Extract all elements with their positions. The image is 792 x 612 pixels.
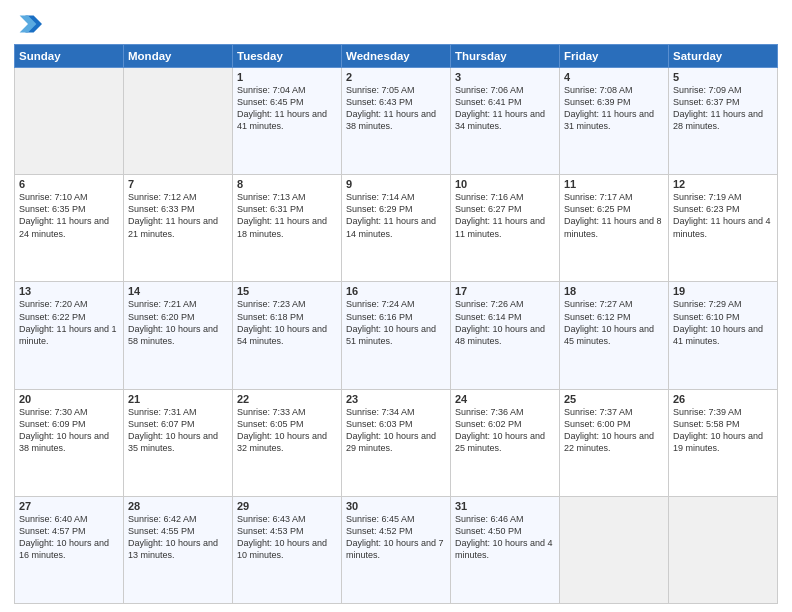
day-number: 6 xyxy=(19,178,119,190)
day-number: 24 xyxy=(455,393,555,405)
day-number: 3 xyxy=(455,71,555,83)
day-cell: 7Sunrise: 7:12 AM Sunset: 6:33 PM Daylig… xyxy=(124,175,233,282)
day-cell: 31Sunrise: 6:46 AM Sunset: 4:50 PM Dayli… xyxy=(451,496,560,603)
week-row-1: 6Sunrise: 7:10 AM Sunset: 6:35 PM Daylig… xyxy=(15,175,778,282)
day-cell: 17Sunrise: 7:26 AM Sunset: 6:14 PM Dayli… xyxy=(451,282,560,389)
day-number: 25 xyxy=(564,393,664,405)
day-header-monday: Monday xyxy=(124,45,233,68)
day-number: 27 xyxy=(19,500,119,512)
day-cell: 30Sunrise: 6:45 AM Sunset: 4:52 PM Dayli… xyxy=(342,496,451,603)
day-cell: 18Sunrise: 7:27 AM Sunset: 6:12 PM Dayli… xyxy=(560,282,669,389)
day-cell: 21Sunrise: 7:31 AM Sunset: 6:07 PM Dayli… xyxy=(124,389,233,496)
day-info: Sunrise: 7:23 AM Sunset: 6:18 PM Dayligh… xyxy=(237,298,337,347)
day-header-tuesday: Tuesday xyxy=(233,45,342,68)
day-cell: 3Sunrise: 7:06 AM Sunset: 6:41 PM Daylig… xyxy=(451,68,560,175)
week-row-0: 1Sunrise: 7:04 AM Sunset: 6:45 PM Daylig… xyxy=(15,68,778,175)
day-info: Sunrise: 7:27 AM Sunset: 6:12 PM Dayligh… xyxy=(564,298,664,347)
week-row-4: 27Sunrise: 6:40 AM Sunset: 4:57 PM Dayli… xyxy=(15,496,778,603)
day-cell: 12Sunrise: 7:19 AM Sunset: 6:23 PM Dayli… xyxy=(669,175,778,282)
day-info: Sunrise: 7:37 AM Sunset: 6:00 PM Dayligh… xyxy=(564,406,664,455)
day-info: Sunrise: 7:05 AM Sunset: 6:43 PM Dayligh… xyxy=(346,84,446,133)
day-number: 21 xyxy=(128,393,228,405)
day-number: 12 xyxy=(673,178,773,190)
day-info: Sunrise: 6:46 AM Sunset: 4:50 PM Dayligh… xyxy=(455,513,555,562)
header xyxy=(14,10,778,38)
day-cell xyxy=(124,68,233,175)
day-header-sunday: Sunday xyxy=(15,45,124,68)
day-info: Sunrise: 7:39 AM Sunset: 5:58 PM Dayligh… xyxy=(673,406,773,455)
day-info: Sunrise: 7:21 AM Sunset: 6:20 PM Dayligh… xyxy=(128,298,228,347)
day-cell: 29Sunrise: 6:43 AM Sunset: 4:53 PM Dayli… xyxy=(233,496,342,603)
day-number: 1 xyxy=(237,71,337,83)
page: SundayMondayTuesdayWednesdayThursdayFrid… xyxy=(0,0,792,612)
day-number: 19 xyxy=(673,285,773,297)
day-cell: 20Sunrise: 7:30 AM Sunset: 6:09 PM Dayli… xyxy=(15,389,124,496)
day-info: Sunrise: 7:29 AM Sunset: 6:10 PM Dayligh… xyxy=(673,298,773,347)
day-header-wednesday: Wednesday xyxy=(342,45,451,68)
day-cell: 2Sunrise: 7:05 AM Sunset: 6:43 PM Daylig… xyxy=(342,68,451,175)
day-cell: 23Sunrise: 7:34 AM Sunset: 6:03 PM Dayli… xyxy=(342,389,451,496)
day-info: Sunrise: 6:43 AM Sunset: 4:53 PM Dayligh… xyxy=(237,513,337,562)
day-cell: 15Sunrise: 7:23 AM Sunset: 6:18 PM Dayli… xyxy=(233,282,342,389)
day-info: Sunrise: 7:26 AM Sunset: 6:14 PM Dayligh… xyxy=(455,298,555,347)
day-header-thursday: Thursday xyxy=(451,45,560,68)
day-number: 14 xyxy=(128,285,228,297)
day-info: Sunrise: 7:33 AM Sunset: 6:05 PM Dayligh… xyxy=(237,406,337,455)
day-number: 20 xyxy=(19,393,119,405)
day-number: 17 xyxy=(455,285,555,297)
day-info: Sunrise: 7:13 AM Sunset: 6:31 PM Dayligh… xyxy=(237,191,337,240)
day-number: 11 xyxy=(564,178,664,190)
logo-icon xyxy=(14,10,42,38)
calendar-table: SundayMondayTuesdayWednesdayThursdayFrid… xyxy=(14,44,778,604)
day-number: 2 xyxy=(346,71,446,83)
day-cell: 8Sunrise: 7:13 AM Sunset: 6:31 PM Daylig… xyxy=(233,175,342,282)
day-info: Sunrise: 7:34 AM Sunset: 6:03 PM Dayligh… xyxy=(346,406,446,455)
day-number: 4 xyxy=(564,71,664,83)
day-cell: 5Sunrise: 7:09 AM Sunset: 6:37 PM Daylig… xyxy=(669,68,778,175)
day-info: Sunrise: 7:04 AM Sunset: 6:45 PM Dayligh… xyxy=(237,84,337,133)
day-info: Sunrise: 7:16 AM Sunset: 6:27 PM Dayligh… xyxy=(455,191,555,240)
day-info: Sunrise: 7:20 AM Sunset: 6:22 PM Dayligh… xyxy=(19,298,119,347)
day-cell: 11Sunrise: 7:17 AM Sunset: 6:25 PM Dayli… xyxy=(560,175,669,282)
day-number: 18 xyxy=(564,285,664,297)
day-info: Sunrise: 7:24 AM Sunset: 6:16 PM Dayligh… xyxy=(346,298,446,347)
day-number: 15 xyxy=(237,285,337,297)
day-cell: 24Sunrise: 7:36 AM Sunset: 6:02 PM Dayli… xyxy=(451,389,560,496)
day-number: 30 xyxy=(346,500,446,512)
day-cell xyxy=(15,68,124,175)
day-cell xyxy=(560,496,669,603)
day-cell: 9Sunrise: 7:14 AM Sunset: 6:29 PM Daylig… xyxy=(342,175,451,282)
day-number: 23 xyxy=(346,393,446,405)
day-number: 13 xyxy=(19,285,119,297)
day-info: Sunrise: 7:30 AM Sunset: 6:09 PM Dayligh… xyxy=(19,406,119,455)
day-info: Sunrise: 6:40 AM Sunset: 4:57 PM Dayligh… xyxy=(19,513,119,562)
day-number: 31 xyxy=(455,500,555,512)
week-row-2: 13Sunrise: 7:20 AM Sunset: 6:22 PM Dayli… xyxy=(15,282,778,389)
day-number: 8 xyxy=(237,178,337,190)
day-cell xyxy=(669,496,778,603)
day-number: 5 xyxy=(673,71,773,83)
day-header-saturday: Saturday xyxy=(669,45,778,68)
day-info: Sunrise: 7:09 AM Sunset: 6:37 PM Dayligh… xyxy=(673,84,773,133)
day-info: Sunrise: 6:42 AM Sunset: 4:55 PM Dayligh… xyxy=(128,513,228,562)
day-cell: 6Sunrise: 7:10 AM Sunset: 6:35 PM Daylig… xyxy=(15,175,124,282)
day-info: Sunrise: 7:19 AM Sunset: 6:23 PM Dayligh… xyxy=(673,191,773,240)
day-number: 29 xyxy=(237,500,337,512)
day-cell: 10Sunrise: 7:16 AM Sunset: 6:27 PM Dayli… xyxy=(451,175,560,282)
day-cell: 22Sunrise: 7:33 AM Sunset: 6:05 PM Dayli… xyxy=(233,389,342,496)
day-number: 26 xyxy=(673,393,773,405)
logo xyxy=(14,10,44,38)
day-number: 10 xyxy=(455,178,555,190)
day-info: Sunrise: 7:14 AM Sunset: 6:29 PM Dayligh… xyxy=(346,191,446,240)
day-cell: 25Sunrise: 7:37 AM Sunset: 6:00 PM Dayli… xyxy=(560,389,669,496)
day-header-friday: Friday xyxy=(560,45,669,68)
day-cell: 4Sunrise: 7:08 AM Sunset: 6:39 PM Daylig… xyxy=(560,68,669,175)
day-info: Sunrise: 7:36 AM Sunset: 6:02 PM Dayligh… xyxy=(455,406,555,455)
day-number: 16 xyxy=(346,285,446,297)
day-number: 28 xyxy=(128,500,228,512)
day-cell: 27Sunrise: 6:40 AM Sunset: 4:57 PM Dayli… xyxy=(15,496,124,603)
day-info: Sunrise: 6:45 AM Sunset: 4:52 PM Dayligh… xyxy=(346,513,446,562)
day-number: 22 xyxy=(237,393,337,405)
week-row-3: 20Sunrise: 7:30 AM Sunset: 6:09 PM Dayli… xyxy=(15,389,778,496)
day-cell: 19Sunrise: 7:29 AM Sunset: 6:10 PM Dayli… xyxy=(669,282,778,389)
